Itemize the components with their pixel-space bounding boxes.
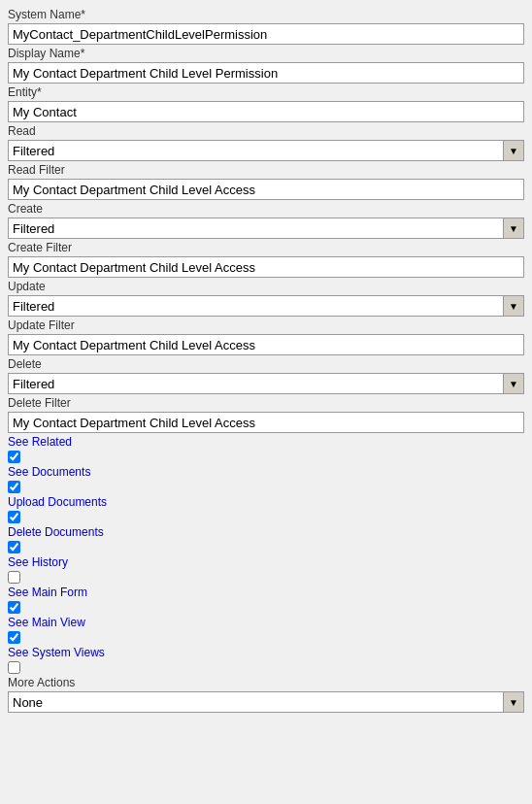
see-documents-link[interactable]: See Documents [8,465,524,479]
see-main-form-group: See Main Form [8,586,524,614]
create-label: Create [8,202,524,216]
delete-documents-link[interactable]: Delete Documents [8,525,524,539]
see-related-link[interactable]: See Related [8,435,524,449]
see-main-view-group: See Main View [8,616,524,644]
see-documents-checkbox-group [8,481,524,493]
see-main-view-link[interactable]: See Main View [8,616,524,629]
more-actions-group: More Actions None All Filtered ▼ [8,676,524,713]
delete-documents-group: Delete Documents [8,525,524,553]
read-filter-input[interactable] [8,179,524,200]
see-main-view-checkbox[interactable] [8,631,20,644]
system-name-input[interactable] [8,23,524,45]
see-history-group: See History [8,555,524,584]
display-name-input[interactable] [8,62,524,84]
create-select-wrapper: Filtered None All ▼ [8,218,524,239]
update-filter-label: Update Filter [8,318,524,332]
delete-documents-checkbox[interactable] [8,541,20,553]
see-system-views-group: See System Views [8,646,524,674]
entity-label: Entity* [8,85,524,99]
update-group: Update Filtered None All ▼ [8,280,524,317]
read-group: Read Filtered None All ▼ [8,124,524,161]
see-main-form-link[interactable]: See Main Form [8,586,524,599]
update-select-wrapper: Filtered None All ▼ [8,295,524,317]
see-history-checkbox-group [8,571,524,584]
upload-documents-link[interactable]: Upload Documents [8,495,524,509]
delete-filter-input[interactable] [8,412,524,433]
create-filter-input[interactable] [8,256,524,278]
system-name-label: System Name* [8,8,524,21]
see-history-link[interactable]: See History [8,555,524,569]
see-documents-checkbox[interactable] [8,481,20,493]
update-label: Update [8,280,524,293]
see-main-form-checkbox-group [8,601,524,614]
create-filter-label: Create Filter [8,241,524,254]
system-name-group: System Name* [8,8,524,45]
see-system-views-link[interactable]: See System Views [8,646,524,659]
upload-documents-checkbox-group [8,511,524,523]
create-group: Create Filtered None All ▼ [8,202,524,239]
entity-group: Entity* [8,85,524,122]
see-main-form-checkbox[interactable] [8,601,20,614]
update-filter-group: Update Filter [8,318,524,355]
read-select-wrapper: Filtered None All ▼ [8,140,524,161]
see-system-views-checkbox[interactable] [8,661,20,674]
see-related-checkbox-group [8,451,524,463]
more-actions-label: More Actions [8,676,524,689]
delete-filter-label: Delete Filter [8,396,524,410]
display-name-label: Display Name* [8,47,524,60]
read-select[interactable]: Filtered None All [8,140,524,161]
more-actions-select-wrapper: None All Filtered ▼ [8,691,524,713]
delete-label: Delete [8,357,524,371]
see-related-checkbox[interactable] [8,451,20,463]
delete-select[interactable]: Filtered None All [8,373,524,394]
entity-input[interactable] [8,101,524,122]
delete-group: Delete Filtered None All ▼ [8,357,524,394]
upload-documents-group: Upload Documents [8,495,524,523]
create-filter-group: Create Filter [8,241,524,278]
delete-select-wrapper: Filtered None All ▼ [8,373,524,394]
upload-documents-checkbox[interactable] [8,511,20,523]
read-filter-label: Read Filter [8,163,524,177]
see-history-checkbox[interactable] [8,571,20,584]
see-related-group: See Related [8,435,524,463]
create-select[interactable]: Filtered None All [8,218,524,239]
permission-form: System Name* Display Name* Entity* Read … [8,8,524,713]
see-documents-group: See Documents [8,465,524,493]
update-filter-input[interactable] [8,334,524,355]
see-main-view-checkbox-group [8,631,524,644]
read-label: Read [8,124,524,138]
delete-filter-group: Delete Filter [8,396,524,433]
read-filter-group: Read Filter [8,163,524,200]
more-actions-select[interactable]: None All Filtered [8,691,524,713]
see-system-views-checkbox-group [8,661,524,674]
delete-documents-checkbox-group [8,541,524,553]
display-name-group: Display Name* [8,47,524,84]
update-select[interactable]: Filtered None All [8,295,524,317]
